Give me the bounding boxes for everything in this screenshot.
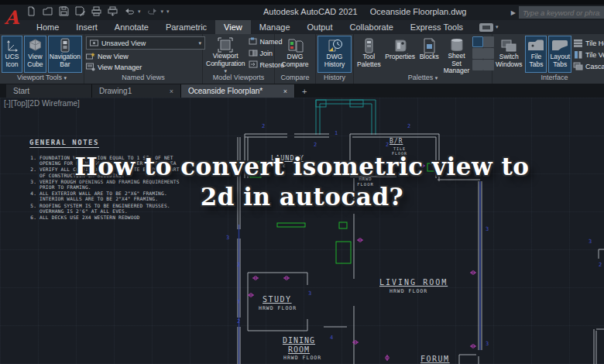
ucs-axes-icon (5, 37, 19, 53)
tile-vertically-button[interactable]: Tile Vertically (573, 50, 604, 60)
file-tabs-icon (527, 37, 545, 53)
cascade-button[interactable]: Cascade (573, 61, 604, 72)
file-tab-label: Oceanside Floorplan* (188, 87, 263, 95)
blocks-icon (423, 37, 436, 53)
tab-parametric[interactable]: Parametric (157, 20, 215, 34)
count-palette-icon[interactable] (472, 60, 483, 70)
view-list-value: Unsaved View (101, 39, 146, 47)
sheet-set-manager-label: Sheet Set Manager (444, 53, 470, 75)
quick-access-toolbar: ▾ ▾ ▾ (26, 6, 170, 16)
qat-customize-caret[interactable]: ▾ (166, 9, 170, 15)
view-manager-label: View Manager (98, 64, 142, 71)
ribbon-tab-bar: Home Insert Annotate Parametric View Man… (0, 20, 604, 34)
note-item: ALL DECKS USE 2X4 WESTERN REDWOOD (39, 215, 180, 220)
new-file-icon[interactable] (26, 6, 36, 16)
new-view-button[interactable]: New View (86, 51, 201, 62)
room-label-study: STUDY (263, 295, 292, 304)
tab-manage[interactable]: Manage (251, 20, 299, 34)
compare-panel-label: Compare (275, 73, 315, 84)
palettes-panel-label[interactable]: Palettes ▾ (354, 73, 492, 84)
redo-dropdown-caret[interactable]: ▾ (161, 9, 164, 15)
model-viewports-panel-label: Model Viewports (203, 73, 274, 84)
overlay-title-line1: How to convert isometric view to (0, 152, 604, 182)
keynote-marker: 1 (335, 130, 338, 136)
new-view-label: New View (98, 53, 129, 60)
model-space-canvas[interactable]: [-][Top][2D Wireframe] (0, 98, 604, 364)
open-folder-icon[interactable] (43, 6, 53, 16)
view-manager-button[interactable]: View Manager (86, 62, 201, 73)
file-tab-start[interactable]: Start (6, 84, 92, 98)
palette-icon-grid (472, 36, 493, 70)
dwg-compare-button[interactable]: DWG Compare (276, 36, 314, 73)
undo-icon[interactable] (124, 6, 135, 16)
switch-windows-button[interactable]: Switch Windows (494, 36, 523, 73)
panel-interface: Switch Windows File Tabs Layout Tabs Til… (492, 34, 604, 84)
properties-label: Properties (385, 53, 415, 61)
tab-insert[interactable]: Insert (67, 20, 106, 34)
tab-express-tools[interactable]: Express Tools (402, 20, 472, 34)
tab-home[interactable]: Home (28, 20, 67, 34)
undo-dropdown-caret[interactable]: ▾ (138, 9, 141, 15)
navigation-bar-icon (60, 37, 70, 53)
new-drawing-tab-button[interactable]: + (302, 87, 307, 98)
autocad-app-menu-icon[interactable]: A (2, 6, 21, 31)
navigation-bar-toggle-button[interactable]: Navigation Bar (48, 36, 82, 73)
chevron-down-icon: ▾ (198, 40, 201, 46)
search-input[interactable] (519, 6, 604, 19)
visual-styles-palette-icon[interactable] (472, 36, 483, 47)
view-manager-icon (86, 63, 95, 73)
viewport-configuration-button[interactable]: Viewport Configuration ▾ (204, 36, 247, 73)
keynote-marker: 7 (237, 299, 240, 305)
interface-panel-label: Interface (492, 73, 604, 84)
history-panel-label: History (316, 73, 353, 84)
dwg-compare-label: DWG Compare (278, 53, 312, 68)
file-tab-drawing1[interactable]: Drawing1 × (92, 84, 181, 98)
viewport-tools-panel-label[interactable]: Viewport Tools ▾ (0, 73, 84, 84)
design-center-icon[interactable] (472, 48, 483, 59)
document-title: Oceanside Floorplan.dwg (370, 7, 467, 16)
tab-collaborate[interactable]: Collaborate (341, 20, 402, 34)
file-tabs-toggle-button[interactable]: File Tabs (525, 36, 547, 73)
tool-palettes-button[interactable]: Tool Palettes (355, 36, 383, 73)
room-label-dining-room: DINING ROOM (279, 336, 319, 355)
tab-annotate[interactable]: Annotate (106, 20, 157, 34)
dwg-history-label: DWG History (319, 53, 350, 68)
close-icon[interactable]: × (283, 88, 287, 95)
join-viewports-icon (249, 49, 258, 58)
file-tab-oceanside-floorplan[interactable]: Oceanside Floorplan* × (181, 84, 295, 98)
tab-output[interactable]: Output (299, 20, 341, 34)
save-icon[interactable] (59, 6, 69, 16)
room-floor-dining-room: HRWD FLOOR (283, 355, 321, 361)
view-list-dropdown[interactable]: Unsaved View ▾ (86, 36, 205, 50)
panel-history: DWG History History (316, 34, 354, 84)
blocks-button[interactable]: Blocks (418, 36, 441, 73)
redo-icon[interactable] (147, 6, 158, 16)
panel-expand-caret-icon: ▾ (64, 75, 67, 81)
close-icon[interactable]: × (170, 88, 173, 95)
save-as-icon[interactable] (75, 6, 85, 16)
sheet-set-manager-button[interactable]: Sheet Set Manager (442, 36, 472, 73)
keynote-marker: 3 (486, 226, 489, 232)
app-title: Autodesk AutoCAD 2021 (263, 7, 358, 16)
room-label-living-room: LIVING ROOM (379, 278, 448, 287)
blocks-label: Blocks (420, 53, 439, 61)
layout-tabs-toggle-button[interactable]: Layout Tabs (548, 36, 571, 73)
dwg-history-button[interactable]: DWG History (317, 36, 352, 73)
search-collapse-icon[interactable]: ▶ (511, 9, 516, 16)
plot-icon[interactable] (91, 6, 101, 16)
panel-expand-caret-icon: ▾ (435, 75, 438, 81)
tab-view[interactable]: View (215, 20, 251, 34)
room-floor-study: HRWD FLOOR (259, 305, 297, 311)
panel-model-viewports: Viewport Configuration ▾ Named Join Rest… (203, 34, 275, 84)
tile-horizontally-button[interactable]: Tile Horizontally (573, 38, 604, 49)
viewport-configuration-label: Viewport Configuration (206, 53, 245, 67)
ribbon: UCS Icon View Cube Navigation Bar Viewpo… (0, 34, 604, 84)
keynote-marker: 2 (237, 318, 240, 325)
named-view-icon (90, 39, 98, 48)
properties-button[interactable]: Properties (384, 36, 417, 73)
view-cube-toggle-button[interactable]: View Cube (24, 36, 46, 73)
batch-plot-icon[interactable] (108, 6, 118, 16)
ribbon-display-options-button[interactable]: ▾ (479, 20, 499, 34)
ucs-icon-toggle-button[interactable]: UCS Icon (2, 36, 22, 73)
file-tab-label: Start (13, 87, 29, 95)
